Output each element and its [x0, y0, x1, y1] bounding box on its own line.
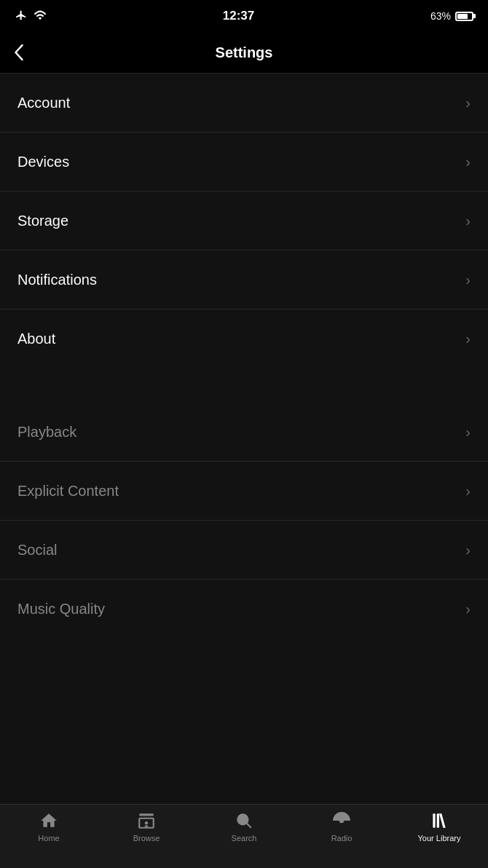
music-quality-chevron: › [465, 601, 471, 618]
main-content: Account › Devices › Storage › Notificati… [0, 74, 488, 805]
page-title: Settings [216, 44, 273, 61]
svg-rect-6 [433, 813, 435, 828]
svg-point-3 [237, 814, 248, 824]
status-right: 63% [430, 10, 473, 22]
settings-item-about[interactable]: About › [0, 309, 488, 368]
primary-settings-group: Account › Devices › Storage › Notificati… [0, 74, 488, 368]
devices-label: Devices [17, 154, 69, 170]
tab-radio[interactable]: Radio [293, 810, 390, 843]
wifi-icon [34, 9, 47, 23]
your-library-tab-label: Your Library [418, 834, 461, 843]
tab-search[interactable]: Search [195, 810, 293, 843]
social-label: Social [17, 542, 57, 559]
settings-item-account[interactable]: Account › [0, 74, 488, 132]
notifications-chevron: › [465, 272, 471, 288]
radio-tab-label: Radio [331, 834, 353, 843]
explicit-content-label: Explicit Content [17, 483, 119, 500]
tab-your-library[interactable]: Your Library [390, 810, 488, 843]
about-label: About [17, 331, 55, 347]
browse-icon [136, 810, 157, 831]
storage-label: Storage [17, 213, 68, 229]
browse-tab-label: Browse [133, 834, 160, 843]
secondary-settings-group: Playback › Explicit Content › Social › M… [0, 403, 488, 638]
battery-icon [455, 12, 473, 21]
search-icon [234, 810, 254, 831]
tab-browse[interactable]: Browse [98, 810, 195, 843]
search-tab-label: Search [232, 834, 257, 843]
social-chevron: › [465, 542, 471, 559]
devices-chevron: › [465, 154, 471, 170]
settings-item-music-quality[interactable]: Music Quality › [0, 580, 488, 638]
settings-item-devices[interactable]: Devices › [0, 133, 488, 191]
svg-rect-7 [437, 813, 439, 828]
svg-point-2 [145, 821, 148, 824]
airplane-icon [15, 9, 28, 23]
settings-item-storage[interactable]: Storage › [0, 192, 488, 250]
navigation-header: Settings [0, 32, 488, 73]
back-button[interactable] [15, 44, 23, 60]
status-bar: 12:37 63% [0, 0, 488, 32]
radio-icon [331, 810, 352, 831]
home-tab-label: Home [38, 834, 59, 843]
explicit-content-chevron: › [465, 483, 471, 500]
about-chevron: › [465, 331, 471, 347]
settings-item-notifications[interactable]: Notifications › [0, 250, 488, 309]
your-library-icon [429, 810, 449, 831]
settings-item-social[interactable]: Social › [0, 521, 488, 579]
settings-item-explicit-content[interactable]: Explicit Content › [0, 462, 488, 520]
storage-chevron: › [465, 213, 471, 229]
playback-chevron: › [465, 424, 471, 441]
account-label: Account [17, 95, 70, 111]
svg-rect-0 [139, 813, 154, 816]
music-quality-label: Music Quality [17, 601, 105, 618]
section-gap [0, 368, 488, 403]
svg-line-4 [247, 824, 251, 828]
notifications-label: Notifications [17, 272, 97, 288]
battery-percentage: 63% [430, 10, 451, 22]
status-time: 12:37 [223, 9, 254, 23]
playback-label: Playback [17, 424, 76, 441]
status-left [15, 9, 47, 23]
tab-home[interactable]: Home [0, 810, 98, 843]
home-icon [39, 810, 59, 831]
account-chevron: › [465, 95, 471, 111]
settings-item-playback[interactable]: Playback › [0, 403, 488, 461]
tab-bar: Home Browse Search [0, 804, 488, 868]
